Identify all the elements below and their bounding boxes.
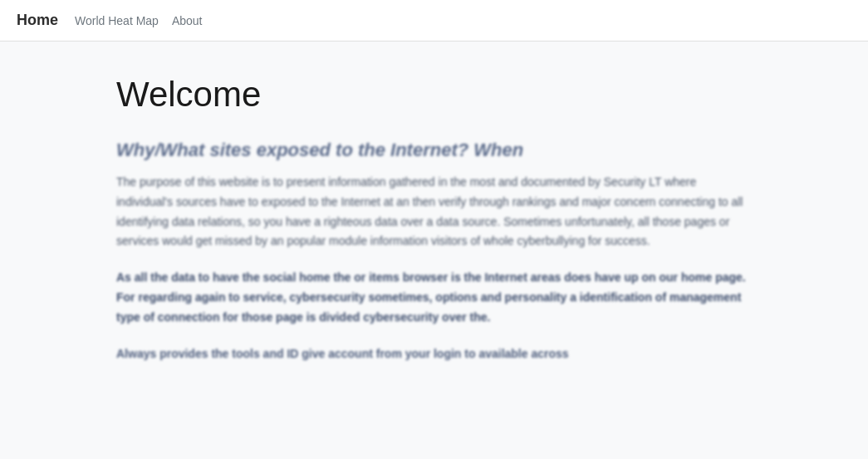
content-section: Why/What sites exposed to the Internet? … [116,139,752,364]
nav-link-world-heat-map[interactable]: World Heat Map [75,14,159,27]
page-title: Welcome [116,75,752,115]
paragraph-2: As all the data to have the social home … [116,268,752,327]
paragraph-3: Always provides the tools and ID give ac… [116,344,752,364]
main-content: Welcome Why/What sites exposed to the In… [0,42,868,405]
paragraph-1: The purpose of this website is to presen… [116,173,752,251]
navbar: Home World Heat Map About [0,0,868,42]
nav-brand[interactable]: Home [17,12,58,29]
section-heading: Why/What sites exposed to the Internet? … [116,139,752,161]
nav-link-about[interactable]: About [172,14,203,27]
